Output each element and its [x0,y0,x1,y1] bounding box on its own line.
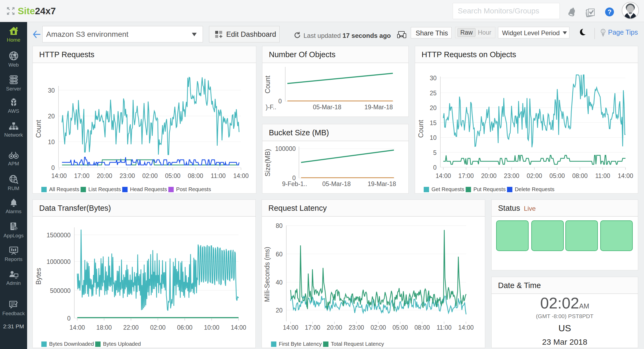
svg-text:08:00: 08:00 [414,324,430,331]
svg-text:Put Requests: Put Requests [473,186,506,192]
svg-text:0: 0 [278,98,282,105]
svg-text:14:00: 14:00 [51,172,67,179]
svg-text:05:00: 05:00 [393,324,408,331]
svg-text:20:00: 20:00 [97,172,112,179]
svg-text:Head Requests: Head Requests [130,186,167,192]
svg-text:17:00: 17:00 [74,172,90,179]
svg-text:0: 0 [433,164,437,171]
svg-text:14:00: 14:00 [231,324,246,331]
svg-text:08:00: 08:00 [572,172,588,179]
svg-text:0: 0 [51,164,55,171]
svg-text:Milli-Seconds (ms): Milli-Seconds (ms) [263,247,271,302]
svg-text:17:00: 17:00 [305,324,320,331]
svg-text:02:00: 02:00 [142,172,158,179]
svg-text:20: 20 [276,307,283,314]
svg-text:Post Requests: Post Requests [176,186,211,192]
svg-text:1500000: 1500000 [46,232,71,239]
svg-text:First Byte Latency: First Byte Latency [279,341,322,347]
svg-text:19-Mar-18: 19-Mar-18 [364,104,393,111]
svg-text:25: 25 [430,90,437,97]
svg-text:80: 80 [276,222,283,229]
svg-text:14:00: 14:00 [69,324,85,331]
svg-text:Count: Count [264,76,271,94]
svg-text:05:00: 05:00 [165,172,181,179]
svg-text:All Requests: All Requests [49,186,79,192]
svg-text:Delete Requests: Delete Requests [515,186,554,192]
svg-text:17:00: 17:00 [458,172,474,179]
svg-text:11:00: 11:00 [211,172,226,179]
svg-text:14:00: 14:00 [233,172,249,179]
svg-text:14:00: 14:00 [283,324,298,331]
svg-text:14:00: 14:00 [618,172,633,179]
svg-text:1000000: 1000000 [46,258,71,265]
svg-text:20: 20 [48,113,55,120]
svg-text:9-Feb-1..: 9-Feb-1.. [282,180,307,187]
svg-text:02:00: 02:00 [150,324,166,331]
svg-text:5: 5 [433,149,437,156]
svg-text:18:00: 18:00 [96,324,112,331]
svg-text:30: 30 [430,75,437,82]
svg-text:60: 60 [276,251,283,258]
svg-text:Get Requests: Get Requests [431,186,464,192]
svg-text:05-Mar-18: 05-Mar-18 [313,104,341,111]
svg-text:Bytes: Bytes [35,268,42,285]
svg-text:0: 0 [67,315,71,322]
svg-text:Count: Count [417,120,425,138]
svg-text:05:00: 05:00 [550,172,565,179]
svg-text:22:00: 22:00 [123,324,139,331]
svg-text:)-F..: )-F.. [266,104,276,111]
svg-text:500000: 500000 [50,287,71,294]
svg-text:02:00: 02:00 [527,172,542,179]
svg-text:Size(MB): Size(MB) [264,149,271,177]
svg-text:19-Mar-18: 19-Mar-18 [368,180,396,187]
svg-text:15: 15 [430,119,437,126]
svg-text:10: 10 [48,139,55,146]
svg-text:20:00: 20:00 [481,172,497,179]
svg-text:14:00: 14:00 [458,324,474,331]
svg-text:23:00: 23:00 [119,172,135,179]
svg-text:05-Mar-18: 05-Mar-18 [322,180,351,187]
svg-text:02:00: 02:00 [371,324,386,331]
svg-text:List Requests: List Requests [88,186,121,192]
svg-text:Count: Count [35,120,42,138]
svg-text:06:00: 06:00 [177,324,193,331]
svg-text:30: 30 [48,87,55,94]
svg-text:40: 40 [276,279,283,286]
svg-text:10: 10 [430,134,437,141]
svg-text:11:00: 11:00 [437,324,452,331]
svg-text:100000: 100000 [275,145,296,152]
svg-text:10:00: 10:00 [204,324,219,331]
svg-text:11:00: 11:00 [595,172,610,179]
svg-text:08:00: 08:00 [188,172,203,179]
svg-text:23:00: 23:00 [349,324,364,331]
svg-text:Total Request Latency: Total Request Latency [331,341,384,347]
svg-text:Bytes Uploaded: Bytes Uploaded [103,341,141,347]
svg-text:23:00: 23:00 [504,172,519,179]
svg-text:Bytes Downloaded: Bytes Downloaded [49,341,94,347]
svg-text:20:00: 20:00 [327,324,342,331]
svg-text:14:00: 14:00 [436,172,451,179]
svg-text:20: 20 [430,104,437,111]
